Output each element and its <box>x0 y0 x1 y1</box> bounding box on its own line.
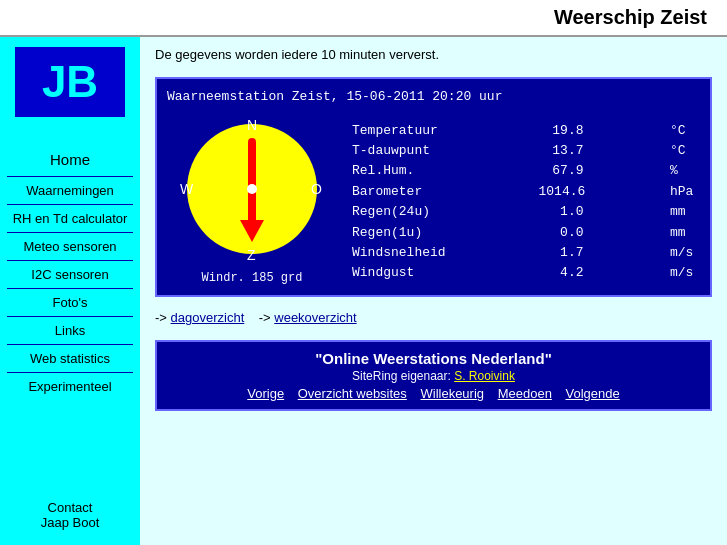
refresh-text: De gegevens worden iedere 10 minuten ver… <box>155 47 712 62</box>
ring-subtitle: SiteRing eigenaar: S. Rooivink <box>165 369 702 383</box>
sidebar-item-rh-td[interactable]: RH en Td calculator <box>0 207 140 230</box>
weather-station-title: Waarneemstation Zeist, 15-06-2011 20:20 … <box>167 89 700 104</box>
weather-unit: m/s <box>665 245 700 260</box>
weather-row: Windgust 4.2 m/s <box>352 265 700 280</box>
weather-unit: °C <box>665 143 700 158</box>
weather-row: Rel.Hum. 67.9 % <box>352 163 700 178</box>
weather-label: T-dauwpunt <box>352 143 457 158</box>
compass-svg: N Z W O <box>175 112 330 267</box>
sidebar-item-fotos[interactable]: Foto's <box>0 291 140 314</box>
wind-dir-text: Windr. 185 grd <box>202 271 303 285</box>
weather-row: Barometer 1014.6 hPa <box>352 184 700 199</box>
nav-divider <box>7 176 133 177</box>
page-header: Weerschip Zeist <box>0 0 727 37</box>
sidebar: JB Home Waarnemingen RH en Td calculator… <box>0 37 140 545</box>
nav-divider <box>7 288 133 289</box>
sidebar-item-webstats[interactable]: Web statistics <box>0 347 140 370</box>
main-layout: JB Home Waarnemingen RH en Td calculator… <box>0 37 727 545</box>
sidebar-item-home[interactable]: Home <box>0 147 140 172</box>
weather-label: Regen(1u) <box>352 225 457 240</box>
weather-inner: N Z W O Windr. 185 grd <box>167 112 700 285</box>
ring-owner-link[interactable]: S. Rooivink <box>454 369 515 383</box>
weather-label: Rel.Hum. <box>352 163 457 178</box>
weather-row: Regen(1u) 0.0 mm <box>352 225 700 240</box>
ring-nav-link[interactable]: Meedoen <box>498 386 552 401</box>
dag-arrow: -> <box>155 310 171 325</box>
site-title: Weerschip Zeist <box>554 6 707 28</box>
ring-nav-link[interactable]: Volgende <box>566 386 620 401</box>
weather-data-table: Temperatuur 19.8 °C T-dauwpunt 13.7 °C R… <box>352 112 700 285</box>
weather-label: Windsnelheid <box>352 245 457 260</box>
week-arrow: -> <box>259 310 275 325</box>
sidebar-bottom: Contact Jaap Boot <box>41 500 100 545</box>
weather-label: Barometer <box>352 184 457 199</box>
svg-text:N: N <box>247 117 257 133</box>
ring-banner: "Online Weerstations Nederland" SiteRing… <box>155 340 712 411</box>
weather-row: Windsnelheid 1.7 m/s <box>352 245 700 260</box>
ring-links: Vorige Overzicht websites Willekeurig Me… <box>165 386 702 401</box>
sidebar-item-meteo[interactable]: Meteo sensoren <box>0 235 140 258</box>
svg-text:Z: Z <box>247 247 256 263</box>
weekoverzicht-link[interactable]: weekoverzicht <box>274 310 356 325</box>
sidebar-item-waarnemingen[interactable]: Waarnemingen <box>0 179 140 202</box>
weather-label: Windgust <box>352 265 457 280</box>
logo: JB <box>15 47 125 117</box>
weather-value: 1.7 <box>539 245 584 260</box>
svg-text:O: O <box>311 181 322 197</box>
weather-value: 19.8 <box>539 123 584 138</box>
weather-unit: m/s <box>665 265 700 280</box>
ring-nav-link[interactable]: Vorige <box>247 386 284 401</box>
weather-value: 67.9 <box>539 163 584 178</box>
weather-unit: mm <box>665 225 700 240</box>
weather-value: 0.0 <box>539 225 584 240</box>
contact-link[interactable]: Contact <box>41 500 100 515</box>
dagoverzicht-link[interactable]: dagoverzicht <box>171 310 245 325</box>
ring-nav-link[interactable]: Overzicht websites <box>298 386 407 401</box>
weather-station-box: Waarneemstation Zeist, 15-06-2011 20:20 … <box>155 77 712 297</box>
weather-value: 4.2 <box>539 265 584 280</box>
nav-divider <box>7 260 133 261</box>
svg-point-7 <box>247 184 257 194</box>
author-link[interactable]: Jaap Boot <box>41 515 100 530</box>
ring-title: "Online Weerstations Nederland" <box>165 350 702 367</box>
svg-text:W: W <box>180 181 194 197</box>
weather-links: -> dagoverzicht -> weekoverzicht <box>155 310 712 325</box>
content-area: De gegevens worden iedere 10 minuten ver… <box>140 37 727 545</box>
weather-unit: % <box>665 163 700 178</box>
weather-label: Regen(24u) <box>352 204 457 219</box>
weather-row: T-dauwpunt 13.7 °C <box>352 143 700 158</box>
nav-divider <box>7 372 133 373</box>
nav-divider <box>7 232 133 233</box>
nav-divider <box>7 316 133 317</box>
weather-value: 13.7 <box>539 143 584 158</box>
nav-divider <box>7 204 133 205</box>
sidebar-item-experimenteel[interactable]: Experimenteel <box>0 375 140 398</box>
weather-unit: hPa <box>665 184 700 199</box>
compass-area: N Z W O Windr. 185 grd <box>167 112 337 285</box>
weather-label: Temperatuur <box>352 123 457 138</box>
weather-unit: °C <box>665 123 700 138</box>
weather-row: Regen(24u) 1.0 mm <box>352 204 700 219</box>
weather-value: 1.0 <box>539 204 584 219</box>
sidebar-item-i2c[interactable]: I2C sensoren <box>0 263 140 286</box>
weather-value: 1014.6 <box>539 184 584 199</box>
nav-divider <box>7 344 133 345</box>
weather-row: Temperatuur 19.8 °C <box>352 123 700 138</box>
ring-nav-link[interactable]: Willekeurig <box>420 386 484 401</box>
weather-unit: mm <box>665 204 700 219</box>
sidebar-item-links[interactable]: Links <box>0 319 140 342</box>
